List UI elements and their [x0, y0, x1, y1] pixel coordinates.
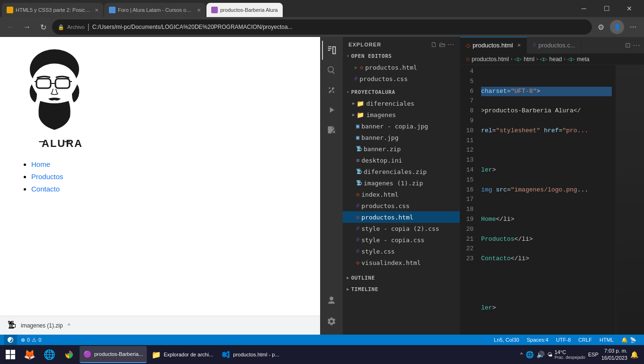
- browser-restore[interactable]: ☐: [596, 0, 617, 17]
- breadcrumb-meta[interactable]: meta: [577, 56, 590, 63]
- taskbar-item-firefox[interactable]: 🦊: [20, 346, 39, 363]
- file-productos-css[interactable]: # productos.css: [343, 200, 460, 211]
- tray-chevron[interactable]: ^: [520, 352, 523, 357]
- status-spaces[interactable]: Spaces: 4: [523, 335, 552, 345]
- file-diferenciales-zip[interactable]: 🗜 diferenciales.zip: [343, 166, 460, 177]
- broadcast-icon: 📡: [630, 337, 636, 343]
- project-section-header[interactable]: ▾ PROYECTOALURA: [343, 86, 460, 98]
- breadcrumb-head[interactable]: head: [549, 56, 562, 63]
- nav-link-home[interactable]: Home: [31, 160, 50, 168]
- status-errors[interactable]: ⊗ 0 ⚠ 0: [17, 335, 45, 345]
- nav-link-productos[interactable]: Productos: [31, 173, 63, 181]
- editor-tab-html-close[interactable]: ✕: [517, 43, 521, 48]
- file-productos-html[interactable]: ◇ productos.html: [343, 211, 460, 223]
- open-file-productos-css[interactable]: # productos.css: [343, 73, 460, 84]
- open-file-productos-html[interactable]: ✕ ◇ productos.html: [343, 62, 460, 73]
- forward-button[interactable]: →: [20, 20, 34, 34]
- browser-tab-3[interactable]: productos-Barberia Alura: [206, 3, 283, 17]
- taskbar-item-chrome[interactable]: [60, 346, 79, 363]
- folder-diferenciales[interactable]: ▶ 📁 diferenciales: [343, 98, 460, 109]
- menu-button[interactable]: ⋯: [626, 20, 640, 34]
- close-file-icon[interactable]: ✕: [354, 65, 357, 70]
- browser-close[interactable]: ✕: [618, 0, 640, 17]
- breadcrumb-html-icon: ◇: [466, 56, 470, 62]
- extensions-button[interactable]: ⚙: [594, 20, 608, 34]
- new-folder-icon[interactable]: 🗁: [439, 41, 446, 48]
- status-notifications[interactable]: 🔔 📡: [617, 335, 640, 345]
- activity-run[interactable]: [322, 100, 341, 119]
- taskbar-item-edge[interactable]: 🌐: [40, 346, 59, 363]
- css-icon-copia: #: [356, 237, 359, 243]
- split-editor-icon[interactable]: ⊡: [625, 41, 631, 49]
- nav-item-productos: Productos: [31, 173, 306, 181]
- activity-source-control[interactable]: [322, 81, 341, 100]
- editor-more-icon[interactable]: ⋯: [633, 41, 640, 50]
- weather-desc: Prac. despejado: [555, 355, 585, 360]
- breadcrumb-html[interactable]: html: [524, 56, 535, 63]
- open-editors-section[interactable]: ▾ OPEN EDITORS: [343, 50, 460, 62]
- code-editor-area[interactable]: 4 5 6 7 8 9 10 11 12 13 14 15 16 17 18 1…: [460, 65, 644, 335]
- file-style-copia2-label: style - copia (2).css: [361, 225, 439, 232]
- activity-extensions[interactable]: [322, 120, 341, 139]
- file-productos-css-label: productos.css: [361, 202, 410, 209]
- browser-minimize[interactable]: ─: [573, 0, 595, 17]
- file-index-html[interactable]: ◇ index.html: [343, 189, 460, 200]
- timeline-section[interactable]: ▶ TIMELINE: [343, 283, 460, 295]
- new-file-icon[interactable]: 🗋: [430, 41, 437, 48]
- file-desktop-ini[interactable]: ≡ desktop.ini: [343, 155, 460, 166]
- tray-volume-icon[interactable]: 🔊: [537, 351, 545, 358]
- activity-explorer[interactable]: [322, 41, 341, 60]
- outline-section[interactable]: ▶ OUTLINE: [343, 272, 460, 283]
- status-line-ending[interactable]: CRLF: [574, 335, 596, 345]
- browser-tab-2[interactable]: Foro | Alura Latam - Cursos onlin... ✕: [104, 3, 206, 17]
- address-input[interactable]: [92, 24, 586, 30]
- breadcrumb-file[interactable]: productos.html: [472, 56, 509, 63]
- weather-widget[interactable]: 🌤 14°C Prac. despejado: [547, 349, 585, 360]
- code-content[interactable]: charset="UFT-8"> >productos-Barberia Alu…: [477, 65, 616, 335]
- status-encoding[interactable]: UTF-8: [552, 335, 574, 345]
- tab1-close[interactable]: ✕: [95, 8, 98, 13]
- download-expand-icon[interactable]: ^: [68, 322, 71, 329]
- download-filename: imagenes (1).zip: [21, 322, 63, 329]
- taskbar-item-vscode[interactable]: productos.html - p...: [218, 346, 283, 363]
- status-language[interactable]: HTML: [596, 335, 617, 345]
- file-visualindex-html[interactable]: ◇ visualindex.html: [343, 257, 460, 268]
- editor-tab-bar: ◇ productos.html ✕ # productos.c... ⊡ ⋯: [460, 37, 644, 54]
- file-imagenes-zip[interactable]: 🗜 imagenes (1).zip: [343, 177, 460, 189]
- breadcrumb-tag-icon2: ◁▷: [540, 56, 547, 62]
- refresh-button[interactable]: ↻: [36, 20, 50, 34]
- editor-tab-css[interactable]: # productos.c...: [527, 37, 581, 54]
- file-style-copia[interactable]: # style - copia.css: [343, 234, 460, 246]
- start-button[interactable]: [2, 346, 19, 363]
- activity-settings[interactable]: [322, 312, 341, 331]
- taskbar-item-file-explorer[interactable]: 📁 Explorador de archi...: [148, 346, 217, 363]
- tray-notification[interactable]: 🔔: [630, 351, 638, 358]
- back-button[interactable]: ←: [4, 20, 18, 34]
- language-indicator[interactable]: ESP: [588, 352, 599, 357]
- file-style-copia2[interactable]: # style - copia (2).css: [343, 223, 460, 234]
- taskbar-item-barberia[interactable]: 🟣 productos-Barberia...: [80, 346, 147, 363]
- file-style-copia-label: style - copia.css: [361, 237, 424, 244]
- status-remote[interactable]: [4, 335, 17, 345]
- file-banner-copia[interactable]: ▣ banner - copia.jpg: [343, 120, 460, 132]
- nav-link-contacto[interactable]: Contacto: [31, 185, 60, 193]
- browser-tab-1[interactable]: HTML5 y CSS3 parte 2: Posiciona... ✕: [2, 3, 103, 17]
- tray-network-icon[interactable]: 🌐: [526, 351, 534, 358]
- taskbar-right: ^ 🌐 🔊 🌤 14°C Prac. despejado ESP 7:03 p.…: [520, 347, 642, 362]
- tab2-close[interactable]: ✕: [197, 8, 201, 13]
- code-line-6: >productos-Barberia Alura</: [481, 106, 612, 116]
- time-widget[interactable]: 7:03 p. m. 16/01/2023: [601, 347, 627, 362]
- explorer-more-icon[interactable]: ⋯: [447, 41, 454, 48]
- browser-chrome: HTML5 y CSS3 parte 2: Posiciona... ✕ For…: [0, 0, 644, 364]
- activity-search[interactable]: [322, 61, 341, 80]
- file-banner-jpg[interactable]: ▣ banner.jpg: [343, 132, 460, 143]
- activity-account[interactable]: [322, 291, 341, 310]
- open-editors-chevron: ▾: [347, 54, 349, 58]
- profile-button[interactable]: 👤: [610, 20, 624, 34]
- editor-tab-html[interactable]: ◇ productos.html ✕: [460, 37, 527, 54]
- file-banner-zip[interactable]: 🗜 banner.zip: [343, 143, 460, 155]
- download-bar: 🗜 imagenes (1).zip ^: [0, 316, 320, 335]
- file-style-css[interactable]: # style.css: [343, 246, 460, 257]
- folder-imagenes[interactable]: ▶ 📁 imagenes: [343, 109, 460, 120]
- status-ln-col[interactable]: Ln 5 , Col 30: [490, 335, 523, 345]
